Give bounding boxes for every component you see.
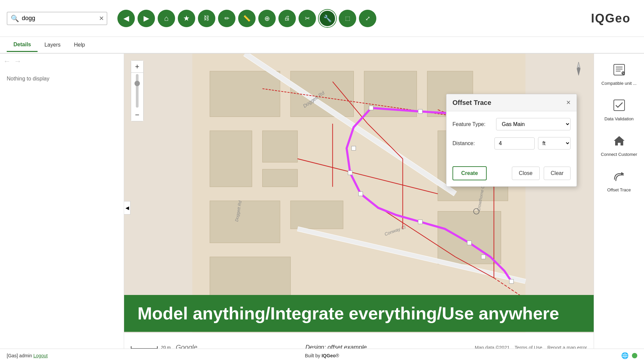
svg-rect-35 bbox=[352, 146, 356, 150]
tab-bar: Details Layers Help bbox=[0, 37, 644, 54]
main: ← → Nothing to display bbox=[0, 54, 644, 362]
data-validation-icon bbox=[613, 99, 625, 114]
connect-customer-item[interactable]: Connect Customer bbox=[594, 131, 644, 160]
offset-trace-icon bbox=[613, 170, 625, 185]
unit-select[interactable]: ft m yd bbox=[538, 137, 571, 149]
feature-type-label: Feature Type: bbox=[452, 121, 493, 127]
tools-button[interactable]: 🔧 bbox=[319, 10, 336, 27]
svg-rect-6 bbox=[263, 131, 298, 162]
status-dot bbox=[632, 353, 637, 358]
svg-rect-33 bbox=[418, 109, 423, 114]
offset-trace-label: Offset Trace bbox=[607, 187, 631, 192]
compatible-unit-icon bbox=[613, 64, 625, 78]
map-container[interactable]: Doggett Rd Conway Cl Doggett Rd Crowthor… bbox=[124, 54, 594, 362]
connect-customer-icon bbox=[613, 135, 625, 149]
zoom-slider[interactable] bbox=[136, 74, 139, 108]
svg-rect-1 bbox=[210, 71, 280, 117]
search-icon: 🔍 bbox=[11, 14, 19, 22]
nav-forward-button[interactable]: → bbox=[14, 57, 21, 66]
nothing-to-display: Nothing to display bbox=[7, 76, 117, 82]
clear-search-icon[interactable]: ✕ bbox=[99, 15, 104, 22]
status-center: Built by IQGeo® bbox=[217, 353, 427, 358]
dialog-body: Feature Type: Gas Main Service Other Dis… bbox=[446, 111, 577, 163]
status-right: 🌐 bbox=[427, 352, 637, 359]
logo: IQGeo bbox=[591, 11, 631, 25]
connect-customer-label: Connect Customer bbox=[601, 152, 637, 157]
svg-rect-39 bbox=[467, 241, 472, 245]
select-button[interactable]: ⬚ bbox=[339, 10, 356, 27]
measure-button[interactable]: 📏 bbox=[238, 10, 256, 27]
svg-rect-5 bbox=[210, 131, 252, 187]
compass bbox=[570, 60, 587, 77]
link-button[interactable]: ⛓ bbox=[198, 10, 215, 27]
svg-rect-37 bbox=[359, 192, 363, 196]
svg-rect-32 bbox=[369, 106, 373, 110]
logout-link[interactable]: Logout bbox=[33, 353, 48, 358]
svg-marker-53 bbox=[614, 136, 625, 145]
right-panel: Compatible unit ... Data Validation Conn… bbox=[594, 54, 644, 362]
svg-rect-12 bbox=[438, 211, 501, 264]
status-user: [Gas] admin bbox=[7, 353, 33, 358]
banner-text: Model anything/Integrate everything/Use … bbox=[138, 304, 559, 323]
scissors-button[interactable]: ✂ bbox=[299, 10, 316, 27]
data-validation-item[interactable]: Data Validation bbox=[594, 96, 644, 125]
svg-rect-8 bbox=[210, 201, 280, 243]
tab-details[interactable]: Details bbox=[7, 38, 38, 52]
dialog-title: Offset Trace bbox=[452, 99, 491, 107]
search-input[interactable] bbox=[22, 15, 99, 22]
svg-rect-40 bbox=[481, 255, 486, 259]
compatible-unit-item[interactable]: Compatible unit ... bbox=[594, 60, 644, 89]
dialog-close-x-button[interactable]: × bbox=[566, 98, 571, 107]
svg-rect-9 bbox=[290, 201, 343, 229]
clear-button[interactable]: Clear bbox=[544, 167, 571, 180]
compatible-unit-label: Compatible unit ... bbox=[601, 81, 637, 86]
svg-rect-41 bbox=[509, 279, 514, 284]
back-button[interactable]: ◀ bbox=[117, 10, 135, 27]
status-left: [Gas] admin Logout bbox=[7, 353, 217, 358]
header: 🔍 ✕ ◀ ▶ ⌂ ★ ⛓ ✏ 📏 ⊕ 🖨 ✂ 🔧 ⬚ ⤢ IQGeo bbox=[0, 0, 644, 37]
svg-rect-52 bbox=[614, 100, 625, 111]
edit-button[interactable]: ✏ bbox=[218, 10, 235, 27]
distance-row: Distance: ft m yd bbox=[452, 137, 571, 149]
nav-arrows: ← → bbox=[3, 57, 120, 66]
home-button[interactable]: ⌂ bbox=[158, 10, 175, 27]
zoom-out-button[interactable]: − bbox=[131, 109, 143, 121]
offset-trace-item[interactable]: Offset Trace bbox=[594, 167, 644, 196]
feature-type-row: Feature Type: Gas Main Service Other bbox=[452, 118, 571, 130]
dialog-close-button[interactable]: Close bbox=[512, 167, 540, 180]
banner: Model anything/Integrate everything/Use … bbox=[124, 295, 594, 332]
svg-rect-38 bbox=[418, 220, 423, 224]
statusbar: [Gas] admin Logout Built by IQGeo® 🌐 bbox=[0, 349, 644, 362]
toolbar: ◀ ▶ ⌂ ★ ⛓ ✏ 📏 ⊕ 🖨 ✂ 🔧 ⬚ ⤢ bbox=[117, 10, 376, 27]
nav-back-button[interactable]: ← bbox=[3, 57, 11, 66]
svg-rect-7 bbox=[263, 169, 298, 187]
forward-button[interactable]: ▶ bbox=[138, 10, 155, 27]
sidebar: ← → Nothing to display bbox=[0, 54, 124, 362]
zoom-in-button[interactable]: + bbox=[131, 61, 143, 73]
network-button[interactable]: ⤢ bbox=[359, 10, 376, 27]
data-validation-label: Data Validation bbox=[604, 116, 634, 121]
search-box: 🔍 ✕ bbox=[7, 12, 107, 25]
distance-label: Distance: bbox=[452, 140, 491, 146]
collapse-sidebar-button[interactable]: ◀ bbox=[124, 201, 130, 215]
print-button[interactable]: 🖨 bbox=[278, 10, 296, 27]
map-zoom: + − bbox=[131, 60, 144, 121]
tab-layers[interactable]: Layers bbox=[38, 39, 67, 51]
svg-point-45 bbox=[577, 67, 580, 70]
create-button[interactable]: Create bbox=[452, 166, 487, 180]
dialog-header: Offset Trace × bbox=[446, 94, 577, 111]
offset-trace-dialog: Offset Trace × Feature Type: Gas Main Se… bbox=[446, 94, 577, 187]
built-by: Built by IQGeo® bbox=[305, 353, 339, 358]
distance-input[interactable] bbox=[494, 137, 535, 149]
svg-rect-36 bbox=[348, 171, 353, 175]
locate-button[interactable]: ⊕ bbox=[258, 10, 276, 27]
feature-type-select[interactable]: Gas Main Service Other bbox=[496, 118, 571, 130]
favorites-button[interactable]: ★ bbox=[178, 10, 195, 27]
dialog-actions: Create Close Clear bbox=[446, 163, 577, 186]
earth-icon: 🌐 bbox=[621, 352, 629, 359]
tab-help[interactable]: Help bbox=[67, 39, 92, 51]
